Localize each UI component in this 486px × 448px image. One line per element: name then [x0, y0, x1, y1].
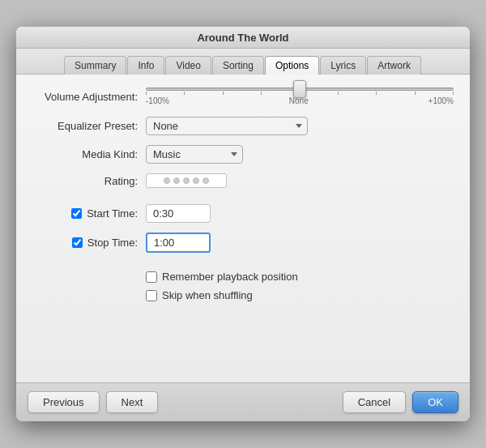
- rating-label: Rating:: [32, 175, 138, 187]
- remember-row: Remember playback position: [32, 271, 454, 283]
- volume-min-label: -100%: [146, 96, 169, 105]
- media-kind-select[interactable]: Music Music Video Movie TV Show Podcast …: [146, 145, 243, 164]
- rating-row: Rating:: [32, 173, 454, 188]
- stop-time-label-container: Stop Time:: [32, 237, 138, 249]
- spacer: [32, 198, 454, 204]
- tab-lyrics[interactable]: Lyrics: [320, 56, 366, 75]
- volume-label: Volume Adjustment:: [32, 91, 138, 103]
- tick-mark: [376, 92, 377, 95]
- tab-video[interactable]: Video: [165, 56, 211, 75]
- equalizer-select[interactable]: None Acoustic Bass Booster Classical Dan…: [146, 117, 308, 135]
- start-time-row: Start Time:: [32, 204, 454, 223]
- remember-checkbox[interactable]: [146, 271, 157, 283]
- skip-checkbox[interactable]: [146, 290, 157, 301]
- next-button[interactable]: Next: [106, 391, 159, 413]
- tick-mark: [415, 92, 416, 95]
- media-kind-row: Media Kind: Music Music Video Movie TV S…: [32, 145, 454, 164]
- volume-row: Volume Adjustment:: [32, 87, 454, 105]
- equalizer-label: Equalizer Preset:: [32, 120, 138, 132]
- dialog-title: Around The World: [197, 32, 288, 44]
- tick-mark: [338, 92, 339, 95]
- volume-section: Volume Adjustment:: [32, 87, 454, 105]
- skip-label: Skip when shuffling: [162, 289, 253, 301]
- volume-max-label: +100%: [428, 96, 454, 105]
- rating-box[interactable]: [146, 173, 227, 188]
- spacer2: [32, 262, 454, 271]
- tab-sorting[interactable]: Sorting: [212, 56, 264, 75]
- tick-mark: [453, 92, 454, 95]
- rating-dot-5[interactable]: [202, 177, 209, 184]
- tab-summary[interactable]: Summary: [64, 56, 126, 75]
- title-bar: Around The World: [16, 27, 470, 49]
- tab-artwork[interactable]: Artwork: [367, 56, 421, 75]
- start-time-checkbox[interactable]: [71, 208, 82, 219]
- rating-dot-3[interactable]: [183, 177, 190, 184]
- stop-time-input[interactable]: [146, 233, 211, 253]
- tick-mark: [223, 92, 224, 95]
- media-kind-label: Media Kind:: [32, 148, 138, 160]
- stop-time-label: Stop Time:: [87, 237, 138, 249]
- rating-dot-4[interactable]: [193, 177, 199, 184]
- volume-slider-track[interactable]: [146, 87, 454, 91]
- volume-slider-thumb[interactable]: [293, 80, 306, 98]
- stop-time-checkbox[interactable]: [72, 237, 83, 248]
- tab-info[interactable]: Info: [127, 56, 164, 75]
- ok-button[interactable]: OK: [412, 391, 458, 413]
- footer-left: Previous Next: [28, 391, 158, 413]
- tick-mark: [184, 92, 185, 95]
- tick-mark: [146, 92, 147, 95]
- start-time-label-container: Start Time:: [32, 207, 138, 220]
- previous-button[interactable]: Previous: [28, 391, 100, 413]
- footer: Previous Next Cancel OK: [16, 382, 470, 421]
- volume-slider-container: -100% None +100%: [146, 87, 454, 105]
- remember-label: Remember playback position: [162, 271, 298, 283]
- content-area: Volume Adjustment:: [16, 75, 470, 382]
- tick-mark: [261, 92, 262, 95]
- rating-dot-1[interactable]: [164, 177, 170, 184]
- skip-row: Skip when shuffling: [32, 289, 454, 301]
- cancel-button[interactable]: Cancel: [343, 391, 406, 413]
- start-time-label: Start Time:: [87, 207, 138, 220]
- rating-dot-2[interactable]: [173, 177, 180, 184]
- tab-bar: Summary Info Video Sorting Options Lyric…: [16, 49, 470, 75]
- equalizer-row: Equalizer Preset: None Acoustic Bass Boo…: [32, 117, 454, 135]
- tab-options[interactable]: Options: [265, 56, 319, 75]
- dialog: Around The World Summary Info Video Sort…: [16, 27, 470, 421]
- start-time-input[interactable]: [146, 204, 211, 223]
- footer-right: Cancel OK: [343, 391, 458, 413]
- stop-time-row: Stop Time:: [32, 233, 454, 253]
